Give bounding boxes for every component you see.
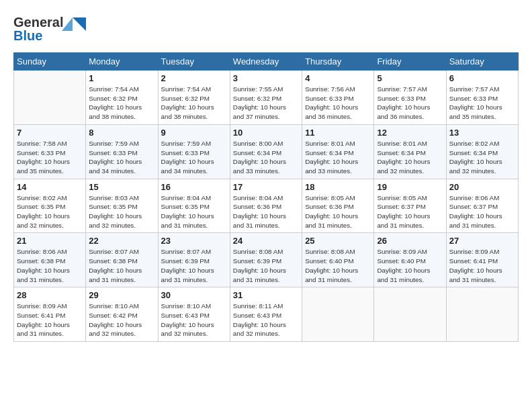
week-row-5: 28Sunrise: 8:09 AM Sunset: 6:41 PM Dayli… xyxy=(14,287,519,342)
day-number: 28 xyxy=(17,290,83,300)
day-number: 20 xyxy=(449,182,515,192)
day-number: 17 xyxy=(233,182,299,192)
day-info: Sunrise: 8:09 AM Sunset: 6:41 PM Dayligh… xyxy=(17,302,83,338)
day-cell-18: 18Sunrise: 8:05 AM Sunset: 6:36 PM Dayli… xyxy=(302,179,374,233)
weekday-header-wednesday: Wednesday xyxy=(230,53,302,71)
day-cell-2: 2Sunrise: 7:54 AM Sunset: 6:32 PM Daylig… xyxy=(158,71,230,125)
day-cell-15: 15Sunrise: 8:03 AM Sunset: 6:35 PM Dayli… xyxy=(86,179,158,233)
day-info: Sunrise: 8:07 AM Sunset: 6:39 PM Dayligh… xyxy=(161,247,227,284)
day-number: 26 xyxy=(377,236,443,246)
day-number: 9 xyxy=(161,128,227,138)
svg-text:Blue: Blue xyxy=(13,28,42,43)
week-row-3: 14Sunrise: 8:02 AM Sunset: 6:35 PM Dayli… xyxy=(14,179,519,233)
weekday-header-monday: Monday xyxy=(86,53,158,71)
day-info: Sunrise: 7:59 AM Sunset: 6:33 PM Dayligh… xyxy=(161,139,227,176)
day-info: Sunrise: 8:01 AM Sunset: 6:34 PM Dayligh… xyxy=(377,139,443,176)
day-number: 11 xyxy=(305,128,371,138)
logo: General Blue xyxy=(13,12,87,47)
day-number: 3 xyxy=(233,73,299,83)
day-info: Sunrise: 8:05 AM Sunset: 6:36 PM Dayligh… xyxy=(305,193,371,230)
day-cell-1: 1Sunrise: 7:54 AM Sunset: 6:32 PM Daylig… xyxy=(86,71,158,125)
day-cell-34 xyxy=(446,287,518,342)
day-info: Sunrise: 8:09 AM Sunset: 6:40 PM Dayligh… xyxy=(377,247,443,284)
day-cell-12: 12Sunrise: 8:01 AM Sunset: 6:34 PM Dayli… xyxy=(374,124,446,179)
day-number: 24 xyxy=(233,236,299,246)
day-number: 22 xyxy=(89,236,154,246)
day-number: 2 xyxy=(161,73,227,83)
day-cell-8: 8Sunrise: 7:59 AM Sunset: 6:33 PM Daylig… xyxy=(86,124,158,179)
day-info: Sunrise: 8:04 AM Sunset: 6:35 PM Dayligh… xyxy=(161,193,227,230)
day-cell-28: 28Sunrise: 8:09 AM Sunset: 6:41 PM Dayli… xyxy=(14,287,86,342)
day-cell-24: 24Sunrise: 8:08 AM Sunset: 6:39 PM Dayli… xyxy=(230,233,302,287)
day-number: 23 xyxy=(161,236,227,246)
weekday-header-friday: Friday xyxy=(374,53,446,71)
day-info: Sunrise: 8:01 AM Sunset: 6:34 PM Dayligh… xyxy=(305,139,371,176)
header: General Blue xyxy=(13,12,519,47)
day-cell-31: 31Sunrise: 8:11 AM Sunset: 6:43 PM Dayli… xyxy=(230,287,302,342)
day-cell-19: 19Sunrise: 8:05 AM Sunset: 6:37 PM Dayli… xyxy=(374,179,446,233)
day-cell-4: 4Sunrise: 7:56 AM Sunset: 6:33 PM Daylig… xyxy=(302,71,374,125)
day-info: Sunrise: 7:57 AM Sunset: 6:33 PM Dayligh… xyxy=(377,85,443,122)
day-cell-26: 26Sunrise: 8:09 AM Sunset: 6:40 PM Dayli… xyxy=(374,233,446,287)
day-info: Sunrise: 8:00 AM Sunset: 6:34 PM Dayligh… xyxy=(233,139,299,176)
logo-svg: General Blue xyxy=(13,12,87,44)
day-info: Sunrise: 8:02 AM Sunset: 6:34 PM Dayligh… xyxy=(449,139,515,176)
day-number: 7 xyxy=(17,128,83,138)
day-number: 8 xyxy=(89,128,154,138)
day-cell-6: 6Sunrise: 7:57 AM Sunset: 6:33 PM Daylig… xyxy=(446,71,518,125)
week-row-4: 21Sunrise: 8:06 AM Sunset: 6:38 PM Dayli… xyxy=(14,233,519,287)
day-cell-32 xyxy=(302,287,374,342)
day-number: 30 xyxy=(161,290,227,300)
day-info: Sunrise: 8:05 AM Sunset: 6:37 PM Dayligh… xyxy=(377,193,443,230)
day-cell-5: 5Sunrise: 7:57 AM Sunset: 6:33 PM Daylig… xyxy=(374,71,446,125)
day-cell-14: 14Sunrise: 8:02 AM Sunset: 6:35 PM Dayli… xyxy=(14,179,86,233)
day-info: Sunrise: 8:03 AM Sunset: 6:35 PM Dayligh… xyxy=(89,193,154,230)
day-number: 25 xyxy=(305,236,371,246)
day-cell-0 xyxy=(14,71,86,125)
weekday-header-row: SundayMondayTuesdayWednesdayThursdayFrid… xyxy=(14,53,519,71)
day-info: Sunrise: 8:06 AM Sunset: 6:38 PM Dayligh… xyxy=(17,247,83,284)
day-number: 18 xyxy=(305,182,371,192)
day-info: Sunrise: 8:08 AM Sunset: 6:39 PM Dayligh… xyxy=(233,247,299,284)
day-info: Sunrise: 8:06 AM Sunset: 6:37 PM Dayligh… xyxy=(449,193,515,230)
day-info: Sunrise: 7:57 AM Sunset: 6:33 PM Dayligh… xyxy=(449,85,515,122)
day-info: Sunrise: 8:09 AM Sunset: 6:41 PM Dayligh… xyxy=(449,247,515,284)
day-number: 21 xyxy=(17,236,83,246)
week-row-1: 1Sunrise: 7:54 AM Sunset: 6:32 PM Daylig… xyxy=(14,71,519,125)
day-number: 13 xyxy=(449,128,515,138)
day-cell-3: 3Sunrise: 7:55 AM Sunset: 6:32 PM Daylig… xyxy=(230,71,302,125)
day-number: 1 xyxy=(89,73,154,83)
day-cell-25: 25Sunrise: 8:08 AM Sunset: 6:40 PM Dayli… xyxy=(302,233,374,287)
day-info: Sunrise: 8:08 AM Sunset: 6:40 PM Dayligh… xyxy=(305,247,371,284)
day-info: Sunrise: 7:55 AM Sunset: 6:32 PM Dayligh… xyxy=(233,85,299,122)
day-info: Sunrise: 7:58 AM Sunset: 6:33 PM Dayligh… xyxy=(17,139,83,176)
day-info: Sunrise: 8:02 AM Sunset: 6:35 PM Dayligh… xyxy=(17,193,83,230)
day-cell-9: 9Sunrise: 7:59 AM Sunset: 6:33 PM Daylig… xyxy=(158,124,230,179)
calendar-table: SundayMondayTuesdayWednesdayThursdayFrid… xyxy=(13,52,519,342)
day-cell-11: 11Sunrise: 8:01 AM Sunset: 6:34 PM Dayli… xyxy=(302,124,374,179)
day-cell-13: 13Sunrise: 8:02 AM Sunset: 6:34 PM Dayli… xyxy=(446,124,518,179)
calendar-page: General Blue SundayMondayTuesdayWednesda… xyxy=(0,0,532,411)
day-cell-21: 21Sunrise: 8:06 AM Sunset: 6:38 PM Dayli… xyxy=(14,233,86,287)
day-number: 19 xyxy=(377,182,443,192)
svg-marker-2 xyxy=(73,17,86,31)
day-cell-16: 16Sunrise: 8:04 AM Sunset: 6:35 PM Dayli… xyxy=(158,179,230,233)
day-number: 27 xyxy=(449,236,515,246)
day-number: 29 xyxy=(89,290,154,300)
day-info: Sunrise: 7:54 AM Sunset: 6:32 PM Dayligh… xyxy=(89,85,154,122)
day-number: 16 xyxy=(161,182,227,192)
weekday-header-sunday: Sunday xyxy=(14,53,86,71)
day-info: Sunrise: 7:59 AM Sunset: 6:33 PM Dayligh… xyxy=(89,139,154,176)
day-number: 5 xyxy=(377,73,443,83)
day-number: 12 xyxy=(377,128,443,138)
day-info: Sunrise: 8:07 AM Sunset: 6:38 PM Dayligh… xyxy=(89,247,154,284)
weekday-header-tuesday: Tuesday xyxy=(158,53,230,71)
day-number: 14 xyxy=(17,182,83,192)
day-cell-23: 23Sunrise: 8:07 AM Sunset: 6:39 PM Dayli… xyxy=(158,233,230,287)
week-row-2: 7Sunrise: 7:58 AM Sunset: 6:33 PM Daylig… xyxy=(14,124,519,179)
day-number: 4 xyxy=(305,73,371,83)
day-cell-17: 17Sunrise: 8:04 AM Sunset: 6:36 PM Dayli… xyxy=(230,179,302,233)
day-cell-27: 27Sunrise: 8:09 AM Sunset: 6:41 PM Dayli… xyxy=(446,233,518,287)
day-number: 15 xyxy=(89,182,154,192)
day-number: 10 xyxy=(233,128,299,138)
